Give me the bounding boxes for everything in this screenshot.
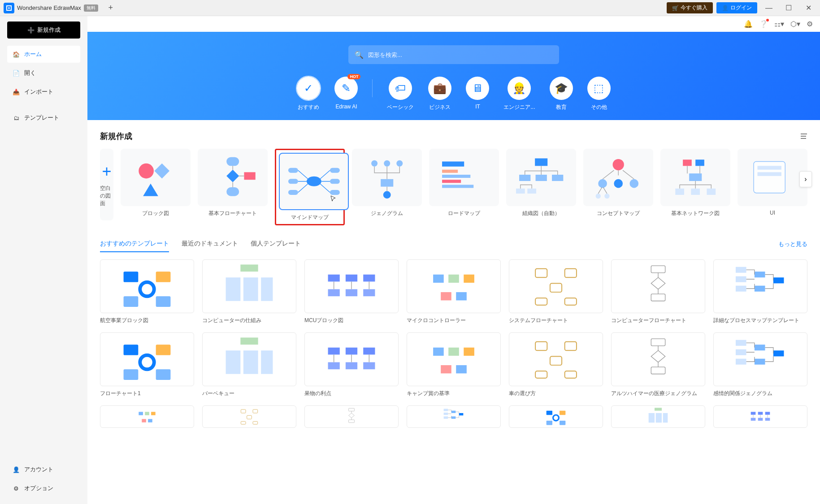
tab-0[interactable]: おすすめのテンプレート bbox=[100, 236, 169, 252]
svg-rect-19 bbox=[442, 175, 470, 178]
category-3[interactable]: 💼ビジネス bbox=[428, 77, 451, 111]
svg-rect-110 bbox=[145, 412, 149, 415]
grid-template-12[interactable]: アルツハイマーの医療ジェノグラム bbox=[611, 332, 705, 397]
svg-point-5 bbox=[307, 177, 321, 186]
svg-rect-98 bbox=[550, 356, 562, 365]
tab-1[interactable]: 最近のドキュメント bbox=[182, 236, 238, 252]
blank-diagram-card[interactable]: + 空白の図面 bbox=[100, 149, 113, 220]
category-label: 教育 bbox=[556, 103, 567, 111]
grid-template-8[interactable]: バーベキュー bbox=[202, 332, 296, 397]
grid-template-6[interactable]: 詳細なプロセスマップテンプレート bbox=[713, 259, 807, 324]
grid-template-7[interactable]: フローチャート1 bbox=[100, 332, 194, 397]
svg-rect-81 bbox=[240, 337, 258, 345]
extension-icon[interactable]: ⬡▾ bbox=[790, 20, 800, 28]
see-more-link[interactable]: もっと見る bbox=[778, 240, 807, 248]
sidebar-item-template[interactable]: 🗂テンプレート bbox=[7, 109, 80, 126]
sidebar-item-user[interactable]: 👤アカウント bbox=[7, 461, 80, 478]
category-6[interactable]: 🎓教育 bbox=[550, 77, 573, 111]
buy-now-button[interactable]: 🛒 今すぐ購入 bbox=[667, 2, 713, 13]
template-label: コンセプトマップ bbox=[583, 210, 653, 217]
main-content: 🔔 ❔ ⚏▾ ⬡▾ ⚙ 🔍 ✓おすすめ✎Edraw AIHOT🏷ベーシック💼ビジ… bbox=[87, 16, 820, 504]
category-1[interactable]: ✎Edraw AIHOT bbox=[334, 77, 358, 110]
new-tab-button[interactable]: + bbox=[105, 3, 116, 13]
bell-icon[interactable]: 🔔 bbox=[744, 20, 753, 28]
svg-rect-85 bbox=[328, 348, 340, 355]
sidebar-item-file[interactable]: 📄開く bbox=[7, 65, 80, 82]
svg-rect-48 bbox=[240, 264, 258, 271]
category-4[interactable]: 🖥IT bbox=[466, 77, 489, 110]
sidebar-item-home[interactable]: 🏠ホーム bbox=[7, 46, 80, 63]
template-label: 組織図（自動） bbox=[506, 210, 576, 217]
category-label: エンジニア... bbox=[503, 103, 535, 111]
scroll-next-button[interactable]: › bbox=[799, 171, 812, 187]
grid-template-5[interactable]: コンピューターフローチャート bbox=[611, 259, 705, 324]
grid-template-0[interactable]: 航空事業ブロック図 bbox=[100, 259, 194, 324]
grid-template-partial-0[interactable] bbox=[100, 405, 194, 431]
tab-2[interactable]: 個人テンプレート bbox=[251, 236, 301, 252]
svg-rect-75 bbox=[773, 277, 784, 283]
grid-template-partial-4[interactable] bbox=[509, 405, 603, 431]
sidebar-item-gear[interactable]: ⚙オプション bbox=[7, 480, 80, 497]
grid-template-label: コンピューターの仕組み bbox=[202, 317, 296, 324]
grid-template-label: コンピューターフローチャート bbox=[611, 317, 705, 324]
category-label: ベーシック bbox=[387, 103, 414, 111]
svg-rect-101 bbox=[651, 339, 665, 346]
template-card-0[interactable]: ブロック図 bbox=[121, 149, 191, 225]
minimize-button[interactable]: — bbox=[761, 2, 777, 14]
import-icon: 📥 bbox=[13, 88, 20, 95]
svg-point-1 bbox=[139, 164, 154, 179]
svg-rect-111 bbox=[151, 412, 156, 415]
template-card-6[interactable]: コンセプトマップ bbox=[583, 149, 653, 225]
grid-template-9[interactable]: 果物の利点 bbox=[304, 332, 399, 397]
apps-icon[interactable]: ⚏▾ bbox=[774, 20, 784, 28]
grid-template-partial-5[interactable] bbox=[611, 405, 705, 431]
grid-template-partial-1[interactable] bbox=[202, 405, 296, 431]
new-create-button[interactable]: ➕ 新規作成 bbox=[7, 22, 80, 39]
grid-template-label: バーベキュー bbox=[202, 390, 296, 397]
plus-icon: + bbox=[102, 162, 111, 181]
grid-template-3[interactable]: マイクロコントローラー bbox=[407, 259, 501, 324]
svg-rect-15 bbox=[381, 179, 393, 187]
category-7[interactable]: ⬚その他 bbox=[587, 77, 611, 111]
template-label: ロードマップ bbox=[429, 210, 499, 217]
grid-template-partial-6[interactable] bbox=[713, 405, 807, 431]
template-card-4[interactable]: ロードマップ bbox=[429, 149, 499, 225]
login-button[interactable]: 👤 ログイン bbox=[716, 2, 757, 13]
grid-template-partial-3[interactable] bbox=[407, 405, 501, 431]
template-preview bbox=[198, 149, 268, 206]
category-icon: 🖥 bbox=[466, 77, 489, 100]
grid-template-partial-2[interactable] bbox=[304, 405, 399, 431]
help-icon[interactable]: ❔ bbox=[759, 20, 768, 28]
svg-rect-70 bbox=[736, 267, 746, 273]
grid-template-4[interactable]: システムフローチャート bbox=[509, 259, 603, 324]
grid-template-preview bbox=[202, 332, 296, 386]
svg-rect-55 bbox=[328, 289, 340, 297]
hero-banner: 🔍 ✓おすすめ✎Edraw AIHOT🏷ベーシック💼ビジネス🖥IT👷エンジニア.… bbox=[87, 32, 820, 120]
grid-template-2[interactable]: MCUブロック図 bbox=[304, 259, 399, 324]
category-5[interactable]: 👷エンジニア... bbox=[503, 77, 535, 111]
category-2[interactable]: 🏷ベーシック bbox=[387, 77, 414, 111]
svg-rect-41 bbox=[757, 166, 781, 170]
settings-icon[interactable]: ⚙ bbox=[807, 20, 813, 28]
template-card-2[interactable]: マインドマップ bbox=[275, 149, 345, 225]
sidebar-item-import[interactable]: 📥インポート bbox=[7, 83, 80, 100]
grid-template-13[interactable]: 感情的関係ジェノグラム bbox=[713, 332, 807, 397]
svg-point-16 bbox=[383, 191, 391, 199]
grid-template-11[interactable]: 車の選び方 bbox=[509, 332, 603, 397]
template-card-1[interactable]: 基本フローチャート bbox=[198, 149, 268, 225]
template-card-5[interactable]: 組織図（自動） bbox=[506, 149, 576, 225]
template-preview bbox=[738, 149, 807, 206]
svg-rect-11 bbox=[330, 190, 340, 195]
list-view-icon[interactable] bbox=[799, 132, 807, 140]
grid-template-10[interactable]: キャンプ賞の基準 bbox=[407, 332, 501, 397]
template-card-7[interactable]: 基本ネットワーク図 bbox=[660, 149, 730, 225]
search-box[interactable]: 🔍 bbox=[348, 45, 559, 64]
svg-rect-79 bbox=[124, 369, 139, 380]
grid-template-1[interactable]: コンピューターの仕組み bbox=[202, 259, 296, 324]
template-card-8[interactable]: UI bbox=[738, 149, 807, 225]
category-0[interactable]: ✓おすすめ bbox=[297, 77, 320, 111]
close-button[interactable]: ✕ bbox=[800, 2, 816, 14]
maximize-button[interactable]: ☐ bbox=[781, 2, 797, 14]
search-input[interactable] bbox=[368, 52, 553, 58]
template-card-3[interactable]: ジェノグラム bbox=[352, 149, 422, 225]
